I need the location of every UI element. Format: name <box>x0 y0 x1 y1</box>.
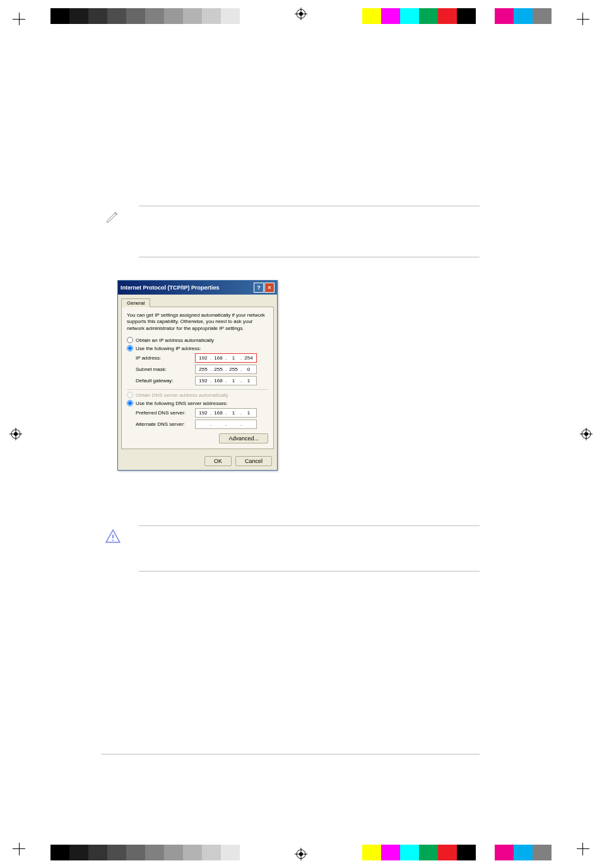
advanced-button[interactable]: Advanced... <box>219 433 268 443</box>
radio-label: Use the following IP address: <box>136 346 201 351</box>
divider <box>101 754 480 754</box>
radio-label: Use the following DNS server addresses: <box>136 401 228 406</box>
color-calibration-bar <box>362 845 552 860</box>
divider <box>139 525 480 526</box>
cancel-button[interactable]: Cancel <box>235 456 272 466</box>
divider <box>139 571 480 572</box>
default-gateway-input[interactable]: 192. 168. 1. 1 <box>195 376 257 385</box>
subnet-mask-label: Subnet mask: <box>136 367 195 372</box>
radio-label: Obtain an IP address automatically <box>136 337 214 343</box>
ok-button[interactable]: OK <box>204 456 232 466</box>
grayscale-calibration-bar <box>50 8 240 24</box>
radio-obtain-dns-auto: Obtain DNS server address automatically <box>127 392 268 398</box>
ip-address-label: IP address: <box>136 355 195 361</box>
grayscale-calibration-bar <box>50 845 240 860</box>
default-gateway-label: Default gateway: <box>136 378 195 384</box>
close-button[interactable]: × <box>264 283 274 293</box>
radio-use-following-dns[interactable]: Use the following DNS server addresses: <box>127 400 268 406</box>
svg-point-17 <box>112 539 114 541</box>
registration-mark-icon <box>580 428 593 440</box>
ip-address-input[interactable]: 192. 168. 1. 254 <box>195 353 257 363</box>
radio-obtain-ip-auto[interactable]: Obtain an IP address automatically <box>127 337 268 343</box>
tcpip-properties-dialog: Internet Protocol (TCP/IP) Properties ? … <box>117 280 278 471</box>
note-warning-icon <box>105 529 121 545</box>
divider <box>139 257 480 257</box>
alternate-dns-input[interactable]: . . . <box>195 419 257 429</box>
radio-use-following-ip[interactable]: Use the following IP address: <box>127 345 268 351</box>
radio-label: Obtain DNS server address automatically <box>136 392 228 398</box>
note-pencil-icon <box>105 208 121 225</box>
color-calibration-bar <box>362 8 552 24</box>
preferred-dns-label: Preferred DNS server: <box>136 410 195 416</box>
window-title: Internet Protocol (TCP/IP) Properties <box>121 284 253 291</box>
registration-mark-icon <box>9 428 22 440</box>
tab-general[interactable]: General <box>121 298 150 307</box>
help-button[interactable]: ? <box>254 283 264 293</box>
divider <box>139 206 480 206</box>
titlebar: Internet Protocol (TCP/IP) Properties ? … <box>118 281 277 295</box>
description-text: You can get IP settings assigned automat… <box>127 312 268 332</box>
preferred-dns-input[interactable]: 192. 168. 1. 1 <box>195 408 257 418</box>
subnet-mask-input[interactable]: 255. 255. 255. 0 <box>195 365 257 374</box>
alternate-dns-label: Alternate DNS server: <box>136 421 195 427</box>
